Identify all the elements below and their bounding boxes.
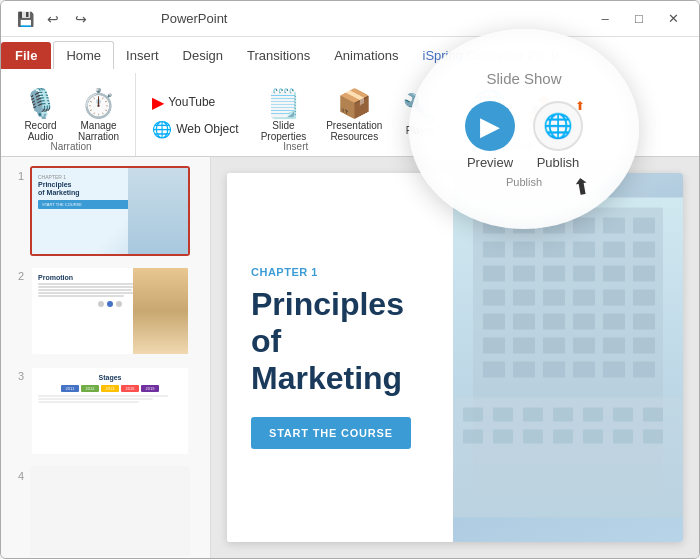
manage-narration-button[interactable]: ⏱️ ManageNarration: [70, 86, 127, 146]
svg-rect-3: [483, 242, 505, 258]
tab-animations[interactable]: Animations: [322, 42, 410, 69]
tab-file[interactable]: File: [1, 42, 51, 69]
undo-button[interactable]: ↩: [41, 7, 65, 31]
svg-rect-4: [483, 266, 505, 282]
slide-panel[interactable]: 1 CHAPTER 1 Principlesof Marketing START…: [1, 157, 211, 558]
window-controls: – □ ✕: [591, 8, 687, 30]
svg-rect-36: [603, 362, 625, 378]
overlay-publish-label: Publish: [537, 157, 580, 170]
svg-rect-22: [543, 362, 565, 378]
slide-image-3: Stages 2011 2012 2013 2016 2019: [30, 366, 190, 456]
slide-props-icon: 🗒️: [266, 90, 301, 118]
slide-thumb-4[interactable]: 4: [7, 463, 204, 558]
overlay-buttons: ▶ Preview 🌐 ⬆ Publish: [465, 157, 583, 170]
svg-rect-27: [573, 314, 595, 330]
svg-rect-37: [633, 218, 655, 234]
building-illustration: [453, 173, 683, 542]
maximize-button[interactable]: □: [625, 8, 653, 30]
save-button[interactable]: 💾: [13, 7, 37, 31]
svg-rect-15: [513, 362, 535, 378]
svg-rect-51: [643, 408, 663, 422]
svg-rect-32: [603, 266, 625, 282]
thumb1-building: [128, 168, 188, 254]
svg-rect-43: [633, 362, 655, 378]
svg-rect-21: [543, 338, 565, 354]
svg-rect-29: [573, 362, 595, 378]
slide-thumb-3[interactable]: 3 Stages 2011 2012 2013 2016 2019: [7, 363, 204, 459]
youtube-icon: ▶: [152, 93, 164, 112]
main-slide-area: CHAPTER 1 Principles of Marketing START …: [211, 157, 699, 558]
insert-group-label: Insert: [283, 141, 308, 152]
slide-chapter-label: CHAPTER 1: [251, 266, 429, 278]
slide-num-2: 2: [10, 270, 24, 282]
window-title: PowerPoint: [161, 11, 227, 26]
svg-rect-7: [483, 338, 505, 354]
close-button[interactable]: ✕: [659, 8, 687, 30]
svg-rect-42: [633, 338, 655, 354]
svg-rect-54: [523, 430, 543, 444]
svg-rect-57: [613, 430, 633, 444]
slide-cta-button[interactable]: START THE COURSE: [251, 417, 411, 449]
svg-rect-45: [463, 408, 483, 422]
manage-narration-label: ManageNarration: [78, 120, 119, 142]
svg-rect-28: [573, 338, 595, 354]
slide-num-1: 1: [10, 170, 24, 182]
pres-resources-label: PresentationResources: [326, 120, 382, 142]
record-audio-button[interactable]: 🎙️ RecordAudio: [15, 86, 66, 146]
presentation-resources-button[interactable]: 📦 PresentationResources: [318, 86, 390, 146]
minimize-button[interactable]: –: [591, 8, 619, 30]
slide-image-2: Promotion: [30, 266, 190, 356]
titlebar-left: 💾 ↩ ↪ PowerPoint: [13, 7, 227, 31]
thumb3-content: [38, 395, 182, 403]
svg-rect-52: [463, 430, 483, 444]
svg-rect-34: [603, 314, 625, 330]
svg-rect-41: [633, 314, 655, 330]
svg-rect-38: [633, 242, 655, 258]
slide-image-1: CHAPTER 1 Principlesof Marketing START T…: [30, 166, 190, 256]
web-icon: 🌐: [152, 120, 172, 139]
web-object-label: Web Object: [176, 122, 238, 136]
slide-properties-button[interactable]: 🗒️ SlideProperties: [253, 86, 315, 146]
clock-icon: ⏱️: [81, 90, 116, 118]
ribbon-group-insert: ▶ YouTube 🌐 Web Object 🗒️ SlidePropertie…: [138, 73, 454, 156]
tab-design[interactable]: Design: [171, 42, 235, 69]
tab-home[interactable]: Home: [53, 41, 114, 70]
slide-num-4: 4: [10, 470, 24, 482]
svg-rect-26: [573, 290, 595, 306]
quick-access-toolbar: 💾 ↩ ↪: [13, 7, 93, 31]
record-audio-label: RecordAudio: [24, 120, 56, 142]
slide-thumb-2[interactable]: 2 Promotion: [7, 263, 204, 359]
ribbon-group-narration: 🎙️ RecordAudio ⏱️ ManageNarration Narrat…: [7, 73, 136, 156]
svg-rect-23: [573, 218, 595, 234]
svg-rect-39: [633, 266, 655, 282]
thumb3-timeline: 2011 2012 2013 2016 2019: [38, 385, 182, 392]
svg-rect-48: [553, 408, 573, 422]
svg-rect-47: [523, 408, 543, 422]
tab-insert[interactable]: Insert: [114, 42, 171, 69]
slide-thumb-1[interactable]: 1 CHAPTER 1 Principlesof Marketing START…: [7, 163, 204, 259]
overlay-publish-sub: Publish: [506, 176, 542, 188]
svg-rect-18: [543, 266, 565, 282]
slide-image-4: [30, 466, 190, 556]
overlay-preview-button[interactable]: ▶ Preview: [465, 157, 515, 170]
thumb2-image: [133, 268, 188, 354]
svg-rect-35: [603, 338, 625, 354]
overlay-publish-button[interactable]: 🌐 ⬆ Publish: [533, 157, 583, 170]
svg-rect-58: [643, 430, 663, 444]
slide-heading-line1: Principles: [251, 286, 404, 322]
svg-rect-11: [513, 266, 535, 282]
svg-rect-14: [513, 338, 535, 354]
tab-transitions[interactable]: Transitions: [235, 42, 322, 69]
svg-rect-50: [613, 408, 633, 422]
youtube-button[interactable]: ▶ YouTube: [146, 90, 244, 115]
main-slide-canvas: CHAPTER 1 Principles of Marketing START …: [227, 173, 683, 542]
content-area: 1 CHAPTER 1 Principlesof Marketing START…: [1, 157, 699, 558]
slide-heading: Principles of Marketing: [251, 286, 429, 396]
slide-left-content: CHAPTER 1 Principles of Marketing START …: [227, 173, 453, 542]
microphone-icon: 🎙️: [23, 90, 58, 118]
web-object-button[interactable]: 🌐 Web Object: [146, 117, 244, 142]
svg-rect-40: [633, 290, 655, 306]
svg-rect-53: [493, 430, 513, 444]
svg-rect-6: [483, 314, 505, 330]
redo-button[interactable]: ↪: [69, 7, 93, 31]
